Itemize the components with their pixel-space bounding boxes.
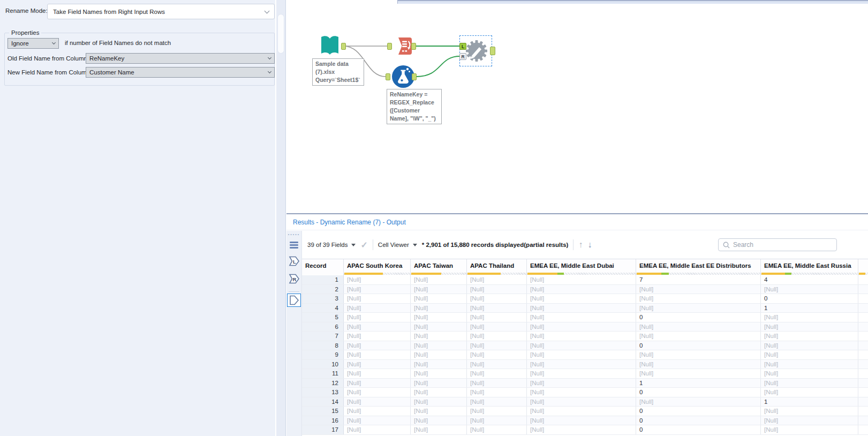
- grid-cell[interactable]: [Null]: [344, 379, 411, 388]
- grid-cell[interactable]: [Null]: [344, 407, 411, 416]
- field-info-tool[interactable]: [394, 36, 413, 58]
- grid-cell[interactable]: [Null]: [411, 416, 467, 425]
- input-output-anchor[interactable]: [341, 43, 346, 50]
- grid-cell[interactable]: [Null]: [344, 304, 411, 313]
- grid-cell[interactable]: [858, 425, 868, 434]
- new-field-dropdown[interactable]: Customer Name: [86, 67, 275, 78]
- right-input-anchor-button[interactable]: R: [288, 273, 300, 287]
- grid-cell[interactable]: [Null]: [344, 369, 411, 378]
- grid-cell[interactable]: [Null]: [527, 397, 636, 407]
- grid-cell[interactable]: [Null]: [411, 379, 467, 388]
- wire-formula-to-rename-R[interactable]: [417, 56, 460, 77]
- grid-cell[interactable]: [858, 294, 868, 303]
- grid-cell[interactable]: [Null]: [761, 416, 858, 425]
- grid-cell[interactable]: [Null]: [636, 304, 761, 313]
- column-header[interactable]: APAC South Korea: [344, 259, 411, 275]
- grid-cell[interactable]: [Null]: [527, 379, 636, 388]
- grid-cell[interactable]: [Null]: [636, 332, 761, 341]
- grid-cell[interactable]: [Null]: [411, 304, 467, 313]
- grid-cell[interactable]: [Null]: [527, 332, 636, 341]
- column-header[interactable]: Record: [302, 259, 344, 275]
- formula-output-anchor[interactable]: [412, 73, 417, 80]
- grid-cell[interactable]: 7: [636, 275, 761, 284]
- rename-mode-dropdown[interactable]: Take Field Names from Right Input Rows: [47, 4, 275, 19]
- grid-cell[interactable]: [Null]: [527, 369, 636, 378]
- field-info-output-anchor[interactable]: [411, 43, 416, 50]
- grid-cell[interactable]: [Null]: [467, 425, 527, 434]
- grid-cell[interactable]: [858, 397, 868, 407]
- record-number-cell[interactable]: 13: [302, 388, 344, 397]
- grid-cell[interactable]: [Null]: [527, 407, 636, 416]
- grid-cell[interactable]: [Null]: [636, 369, 761, 378]
- previous-arrow-button[interactable]: ↑: [578, 240, 583, 249]
- grid-cell[interactable]: [Null]: [761, 313, 858, 322]
- grid-cell[interactable]: [Null]: [344, 313, 411, 322]
- grid-cell[interactable]: [Null]: [467, 388, 527, 397]
- grid-cell[interactable]: [Null]: [636, 294, 761, 303]
- grid-cell[interactable]: [Null]: [411, 332, 467, 341]
- record-number-cell[interactable]: 15: [302, 407, 344, 416]
- grid-cell[interactable]: [Null]: [761, 407, 858, 416]
- grid-cell[interactable]: [Null]: [411, 275, 467, 284]
- record-number-cell[interactable]: 6: [302, 322, 344, 332]
- column-header[interactable]: APAC Thailand: [467, 259, 527, 275]
- search-box[interactable]: [718, 238, 837, 251]
- grid-cell[interactable]: [Null]: [527, 275, 636, 284]
- grid-cell[interactable]: 0: [636, 313, 761, 322]
- column-header[interactable]: EMEA EE, Middle East Russia: [761, 259, 858, 275]
- record-number-cell[interactable]: 9: [302, 350, 344, 359]
- formula-tool-annotation[interactable]: ReNameKey = REGEX_Replace ([Customer Nam…: [387, 89, 442, 124]
- grid-cell[interactable]: 1: [761, 397, 858, 407]
- old-field-dropdown[interactable]: ReNameKey: [86, 53, 275, 64]
- record-number-cell[interactable]: 12: [302, 379, 344, 388]
- grid-cell[interactable]: [Null]: [411, 313, 467, 322]
- grid-cell[interactable]: [Null]: [527, 285, 636, 294]
- column-header[interactable]: [858, 259, 868, 275]
- grid-cell[interactable]: 1: [761, 304, 858, 313]
- grid-cell[interactable]: [858, 360, 868, 369]
- record-number-cell[interactable]: 3: [302, 294, 344, 303]
- grid-cell[interactable]: [Null]: [761, 360, 858, 369]
- cell-viewer-dropdown[interactable]: Cell Viewer: [378, 242, 409, 248]
- record-number-cell[interactable]: 4: [302, 304, 344, 313]
- next-arrow-button[interactable]: ↓: [587, 240, 592, 249]
- grid-cell[interactable]: [Null]: [636, 285, 761, 294]
- caret-down-icon[interactable]: [413, 244, 417, 246]
- grid-cell[interactable]: [Null]: [344, 332, 411, 341]
- grid-cell[interactable]: [858, 350, 868, 359]
- grid-cell[interactable]: [Null]: [636, 350, 761, 359]
- grid-cell[interactable]: [Null]: [411, 285, 467, 294]
- left-input-anchor-button[interactable]: L: [288, 255, 300, 269]
- input-data-tool[interactable]: [318, 33, 342, 60]
- grid-cell[interactable]: [Null]: [411, 369, 467, 378]
- dynamic-rename-tool-selected[interactable]: L R: [459, 35, 492, 66]
- record-number-cell[interactable]: 16: [302, 416, 344, 425]
- field-info-input-anchor[interactable]: [387, 43, 392, 50]
- grid-cell[interactable]: [858, 304, 868, 313]
- grid-cell[interactable]: [Null]: [411, 350, 467, 359]
- grid-cell[interactable]: [Null]: [411, 360, 467, 369]
- grid-cell[interactable]: [Null]: [527, 341, 636, 350]
- grid-cell[interactable]: [Null]: [411, 294, 467, 303]
- record-number-cell[interactable]: 1: [302, 275, 344, 284]
- grid-cell[interactable]: [Null]: [467, 322, 527, 332]
- grid-cell[interactable]: [Null]: [411, 388, 467, 397]
- grid-cell[interactable]: [Null]: [344, 388, 411, 397]
- record-number-cell[interactable]: 11: [302, 369, 344, 378]
- grid-cell[interactable]: 0: [636, 425, 761, 434]
- grid-cell[interactable]: [Null]: [411, 341, 467, 350]
- input-tool-annotation[interactable]: Sample data (7).xlsx Query=`Sheet1$`: [312, 58, 364, 86]
- grid-cell[interactable]: [Null]: [636, 360, 761, 369]
- grid-cell[interactable]: [Null]: [467, 360, 527, 369]
- grid-cell[interactable]: [858, 285, 868, 294]
- grid-cell[interactable]: [858, 332, 868, 341]
- grid-cell[interactable]: [Null]: [344, 294, 411, 303]
- grid-cell[interactable]: [Null]: [527, 350, 636, 359]
- grid-cell[interactable]: 0: [636, 416, 761, 425]
- grid-cell[interactable]: [Null]: [467, 285, 527, 294]
- grid-cell[interactable]: [Null]: [411, 322, 467, 332]
- config-panel-scrollbar[interactable]: [276, 0, 286, 436]
- grid-cell[interactable]: [Null]: [636, 322, 761, 332]
- grid-cell[interactable]: [Null]: [527, 416, 636, 425]
- scrollbar-thumb[interactable]: [277, 14, 284, 54]
